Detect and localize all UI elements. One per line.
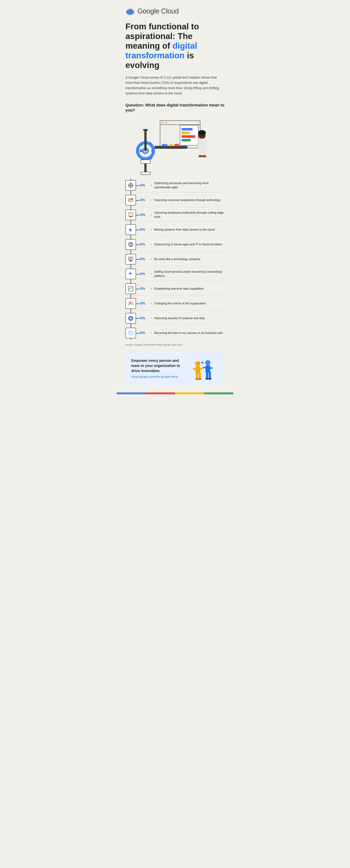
- color-bar-blue: [117, 393, 146, 394]
- arrow-icon-0: →: [149, 183, 152, 187]
- arrow-icon-4: →: [149, 242, 152, 246]
- chart-icon-box-3: [125, 224, 136, 235]
- chart-row: 0% → Outsourcing in-house apps and IT to…: [125, 238, 225, 251]
- header: Google Cloud: [125, 7, 225, 15]
- svg-point-15: [164, 122, 165, 123]
- arrow-icon-5: →: [149, 257, 152, 261]
- google-cloud-logo-icon: [125, 7, 135, 15]
- svg-rect-47: [169, 144, 173, 146]
- color-bar-red: [146, 393, 175, 394]
- arrow-icon-1: →: [149, 198, 152, 202]
- cloud-platform-icon: [128, 271, 134, 277]
- svg-point-58: [130, 185, 131, 186]
- svg-rect-99: [209, 372, 211, 379]
- svg-rect-76: [129, 259, 130, 260]
- svg-rect-97: [210, 367, 213, 369]
- svg-rect-57: [132, 185, 133, 186]
- svg-rect-38: [151, 149, 155, 152]
- svg-rect-79: [129, 261, 132, 261]
- tech-company-icon: [128, 256, 134, 262]
- chart-row: 0% → Be more like a technology company: [125, 252, 225, 266]
- svg-rect-78: [130, 260, 131, 261]
- footer-illustration-icon: [186, 356, 219, 380]
- svg-rect-77: [130, 259, 131, 260]
- chart-pct-2: 0%: [138, 213, 147, 217]
- illustration-area: [125, 119, 225, 177]
- chart-label-10: Becoming the best in my industry to do b…: [154, 331, 225, 335]
- chart-row: 0% → Selling cloud services and/or becom…: [125, 267, 225, 281]
- page: Google Cloud From functional to aspirati…: [117, 0, 233, 385]
- chart-icon-box-9: [125, 313, 136, 323]
- svg-rect-75: [130, 258, 131, 259]
- chart-label-4: Outsourcing in-house apps and IT to SaaS…: [154, 242, 225, 246]
- chart-row: 0% → Establishing real-time data capabil…: [125, 282, 225, 296]
- chart-label-3: Moving systems from data centers to the …: [154, 228, 225, 232]
- real-time-data-icon: [128, 286, 134, 292]
- svg-rect-20: [182, 135, 195, 138]
- chart-pct-0: 0%: [138, 183, 147, 187]
- svg-rect-68: [130, 216, 132, 217]
- color-bar: [117, 393, 233, 394]
- svg-point-93: [198, 378, 202, 380]
- color-bar-green: [204, 393, 233, 394]
- color-bar-yellow: [175, 393, 204, 394]
- chart-icon-box-6: [125, 269, 136, 279]
- svg-rect-19: [182, 132, 190, 134]
- svg-rect-21: [182, 139, 191, 142]
- svg-rect-87: [195, 366, 200, 373]
- svg-rect-74: [129, 258, 130, 259]
- chart-pct-8: 0%: [138, 301, 147, 306]
- chart-label-9: Improving security of systems and data: [154, 316, 225, 320]
- chart-icon-box-4: [125, 239, 136, 250]
- svg-rect-90: [196, 373, 198, 379]
- chart-icon-box-5: [125, 254, 136, 265]
- chart-label-7: Establishing real-time data capabilities: [154, 287, 225, 291]
- arrow-icon-2: →: [149, 213, 152, 217]
- chart-icon-box-0: [125, 180, 136, 191]
- svg-rect-55: [130, 187, 131, 188]
- customer-experience-icon: [128, 197, 134, 203]
- best-in-industry-icon: [128, 330, 134, 336]
- chart-row: 0% → Moving systems from data centers to…: [125, 223, 225, 237]
- svg-rect-44: [143, 129, 148, 131]
- culture-icon: [128, 301, 134, 306]
- svg-point-30: [198, 130, 206, 135]
- svg-rect-46: [162, 144, 167, 146]
- subtitle-text: A Google Cloud survey of 2,121 global te…: [125, 75, 225, 96]
- svg-rect-54: [130, 183, 131, 184]
- chart-label-6: Selling cloud services and/or becoming a…: [154, 270, 225, 278]
- svg-point-16: [166, 122, 167, 123]
- svg-rect-98: [206, 372, 208, 379]
- svg-rect-50: [141, 160, 150, 163]
- chart-rows-container: 0% → Optimizing processes and becoming m…: [125, 179, 225, 340]
- svg-rect-96: [203, 367, 206, 368]
- chart-pct-5: 0%: [138, 257, 147, 261]
- chart-row: 0% → Improving employee productivity thr…: [125, 208, 225, 222]
- chart-row: 0% → Optimizing processes and becoming m…: [125, 179, 225, 192]
- svg-rect-51: [141, 172, 150, 175]
- security-icon: [128, 315, 134, 321]
- svg-rect-23: [198, 138, 206, 150]
- svg-point-69: [129, 242, 133, 247]
- productivity-icon: [128, 212, 134, 218]
- chart-label-5: Be more like a technology company: [154, 257, 225, 261]
- svg-rect-56: [128, 185, 129, 186]
- chart-label-2: Improving employee productivity through …: [154, 211, 225, 219]
- brand-name: Google Cloud: [137, 7, 179, 15]
- footer-cta-link[interactable]: cloud.google.com/why-google-cloud: [131, 375, 182, 378]
- svg-rect-43: [145, 130, 147, 151]
- source-text: Source: Google Cloud Brand Pulse Survey,…: [125, 343, 225, 346]
- illustration-svg: [125, 119, 225, 177]
- svg-rect-18: [182, 128, 192, 130]
- chart-pct-10: 0%: [138, 331, 147, 335]
- svg-point-70: [130, 242, 132, 247]
- chart-icon-box-7: [125, 283, 136, 294]
- chart-pct-3: 0%: [138, 227, 147, 232]
- svg-point-94: [205, 360, 210, 365]
- chart-label-8: Changing the culture of the organization: [154, 302, 225, 306]
- svg-rect-91: [199, 373, 201, 379]
- svg-rect-89: [199, 368, 203, 370]
- svg-point-86: [195, 361, 200, 366]
- svg-point-59: [131, 183, 132, 184]
- chart-row: 0% → Changing the culture of the organiz…: [125, 297, 225, 310]
